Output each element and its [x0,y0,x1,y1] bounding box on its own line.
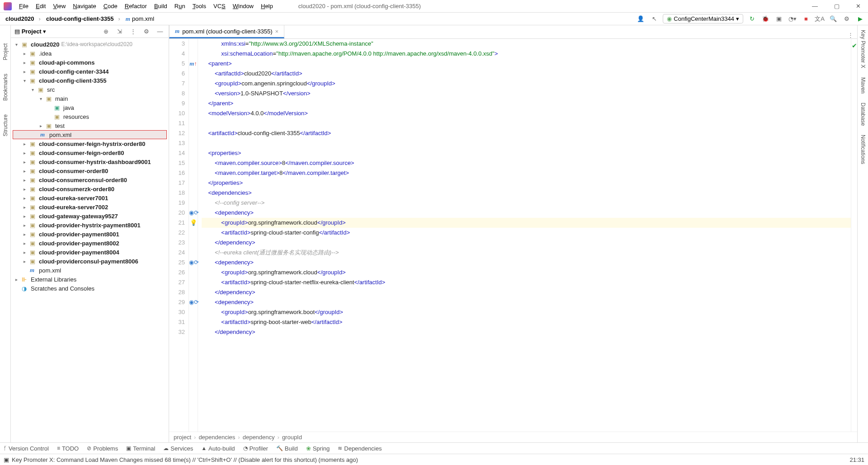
tree-item[interactable]: ▸▣cloud-consumerzk-order80 [11,184,169,193]
tree-item[interactable]: ▸▣test [11,121,169,130]
tree-item-selected[interactable]: mpom.xml [13,130,167,139]
left-tab-structure[interactable]: Structure [2,114,9,136]
tree-item[interactable]: ▣java [11,103,169,112]
breadcrumb-module[interactable]: cloud-config-client-3355 [43,14,123,23]
project-tool-window: ▤ Project ▾ ⊕ ⇲ ⋮ ⚙ — ▾▣cloud2020E:\idea… [11,25,169,442]
tw-problems[interactable]: ⊘ Problems [87,445,118,452]
collapse-icon[interactable]: ⋮ [128,27,138,37]
line-gutter[interactable]: 3456789101112131415161718192021222324252… [169,39,189,432]
gear-icon[interactable]: ⚙ [142,27,151,37]
expand-icon[interactable]: ⇲ [114,27,124,37]
editor-area: mpom.xml (cloud-config-client-3355)× ⋮ 3… [169,25,857,442]
tree-item[interactable]: ▸▣cloud-provider-payment8002 [11,239,169,248]
tree-item[interactable]: ▸▣cloud-config-center-3344 [11,67,169,76]
right-tab-keypromoter[interactable]: Key Promoter X [860,30,866,68]
tree-scratches[interactable]: ◑Scratches and Consoles [11,284,169,293]
tree-item[interactable]: ▸▣cloud-consumer-hystrix-dashboard9001 [11,157,169,166]
tree-root[interactable]: ▾▣cloud2020E:\idea-workspace\cloud2020 [11,40,169,49]
coverage-button[interactable]: ▣ [774,14,784,24]
search-icon[interactable]: 🔍 [828,14,838,24]
tree-item[interactable]: ▸▣cloud-provider-payment8004 [11,248,169,257]
tw-todo[interactable]: ≡ TODO [57,445,79,452]
project-tree[interactable]: ▾▣cloud2020E:\idea-workspace\cloud2020 ▸… [11,38,169,442]
left-tab-project[interactable]: Project [2,43,9,60]
tw-services[interactable]: ☁ Services [163,445,193,452]
tree-item[interactable]: ▸▣cloud-consumer-feign-order80 [11,148,169,157]
menu-vcs[interactable]: VCS [210,3,229,9]
tw-build[interactable]: 🔨 Build [276,445,298,452]
play-icon[interactable]: ▶ [855,14,865,24]
main-menu-bar: File Edit View Navigate Code Refactor Bu… [0,0,868,13]
tree-item[interactable]: ▸▣cloud-providerconsul-payment8006 [11,257,169,266]
tw-terminal[interactable]: ▣ Terminal [126,445,155,452]
settings-icon[interactable]: ⚙ [842,14,852,24]
maximize-button[interactable]: ▢ [830,3,843,9]
menu-navigate[interactable]: Navigate [69,3,99,9]
tab-options-icon[interactable]: ⋮ [848,32,854,38]
check-icon: ✔ [852,41,857,51]
debug-button[interactable]: 🐞 [760,14,770,24]
tree-item[interactable]: ▸▣cloud-gateway-gateway9527 [11,211,169,221]
editor-tab[interactable]: mpom.xml (cloud-config-client-3355)× [169,25,284,38]
breadcrumb-file[interactable]: m pom.xml [123,14,161,23]
close-tab-icon[interactable]: × [275,28,279,35]
bc-groupid[interactable]: groupId [282,434,305,441]
locate-icon[interactable]: ⊕ [101,27,111,37]
status-icon[interactable]: ▣ [4,456,9,463]
right-tab-maven[interactable]: Maven [860,77,866,94]
add-user-icon[interactable]: 👤 [636,14,646,24]
menu-code[interactable]: Code [100,3,121,9]
tree-item[interactable]: ▣resources [11,112,169,121]
left-tab-bookmarks[interactable]: Bookmarks [2,74,9,101]
right-tab-database[interactable]: Database [860,103,866,126]
tw-dependencies[interactable]: ≋ Dependencies [338,445,382,452]
menu-tools[interactable]: Tools [189,3,210,9]
minimize-button[interactable]: — [808,3,821,9]
stop-button[interactable]: ■ [801,14,811,24]
bc-project[interactable]: project [174,434,196,441]
tree-item[interactable]: ▸▣cloud-api-commons [11,58,169,67]
menu-refactor[interactable]: Refactor [121,3,151,9]
tree-item[interactable]: mpom.xml [11,266,169,275]
tw-spring[interactable]: ❀ Spring [306,445,330,452]
menu-view[interactable]: View [49,3,69,9]
menu-window[interactable]: Window [229,3,257,9]
back-arrow-icon[interactable]: ↖ [649,14,659,24]
profile-button[interactable]: ◔▾ [788,14,797,24]
tw-autobuild[interactable]: ▲ Auto-build [201,445,235,452]
close-button[interactable]: ✕ [852,3,864,9]
code-editor[interactable]: xmlns:xsi="http://www.w3.org/2001/XMLSch… [198,39,851,432]
tree-external-libs[interactable]: ▸⊪External Libraries [11,275,169,284]
project-tab-label[interactable]: ▤ Project ▾ [14,28,46,35]
breadcrumb-root[interactable]: cloud2020 [3,14,43,23]
tree-item[interactable]: ▸▣.idea [11,49,169,58]
tree-item[interactable]: ▸▣cloud-provider-hystrix-payment8001 [11,221,169,230]
tree-item[interactable]: ▾▣src [11,85,169,94]
tree-item[interactable]: ▸▣cloud-eureka-server7002 [11,202,169,211]
menu-run[interactable]: Run [171,3,189,9]
tree-item[interactable]: ▸▣cloud-eureka-server7001 [11,193,169,202]
left-tool-stripe: Project Bookmarks Structure [0,25,11,442]
tree-item[interactable]: ▾▣main [11,94,169,103]
bc-dependencies[interactable]: dependencies [198,434,240,441]
run-button[interactable]: ↻ [747,14,757,24]
tree-item[interactable]: ▾▣cloud-config-client-3355 [11,76,169,85]
menu-file[interactable]: File [15,3,32,9]
tree-item[interactable]: ▸▣cloud-consumer-feign-hystrix-order80 [11,139,169,148]
tool-window-bar: ᚶ Version Control ≡ TODO ⊘ Problems ▣ Te… [0,442,868,454]
menu-help[interactable]: Help [257,3,277,9]
tree-item[interactable]: ▸▣cloud-provider-payment8001 [11,230,169,239]
bc-dependency[interactable]: dependency [243,434,279,441]
tw-version-control[interactable]: ᚶ Version Control [4,445,49,452]
run-config-dropdown[interactable]: ◉ConfigCenterMain3344 ▾ [663,14,743,23]
status-position[interactable]: 21:31 [849,456,864,463]
menu-build[interactable]: Build [151,3,171,9]
error-stripe[interactable]: ✔ [851,39,857,432]
right-tab-notifications[interactable]: Notifications [860,135,866,164]
tw-profiler[interactable]: ◔ Profiler [243,445,268,452]
tree-item[interactable]: ▸▣cloud-consumer-order80 [11,166,169,175]
menu-edit[interactable]: Edit [32,3,49,9]
hide-icon[interactable]: — [155,27,165,37]
translate-icon[interactable]: 文A [815,14,825,24]
tree-item[interactable]: ▸▣cloud-consumerconsul-order80 [11,175,169,184]
